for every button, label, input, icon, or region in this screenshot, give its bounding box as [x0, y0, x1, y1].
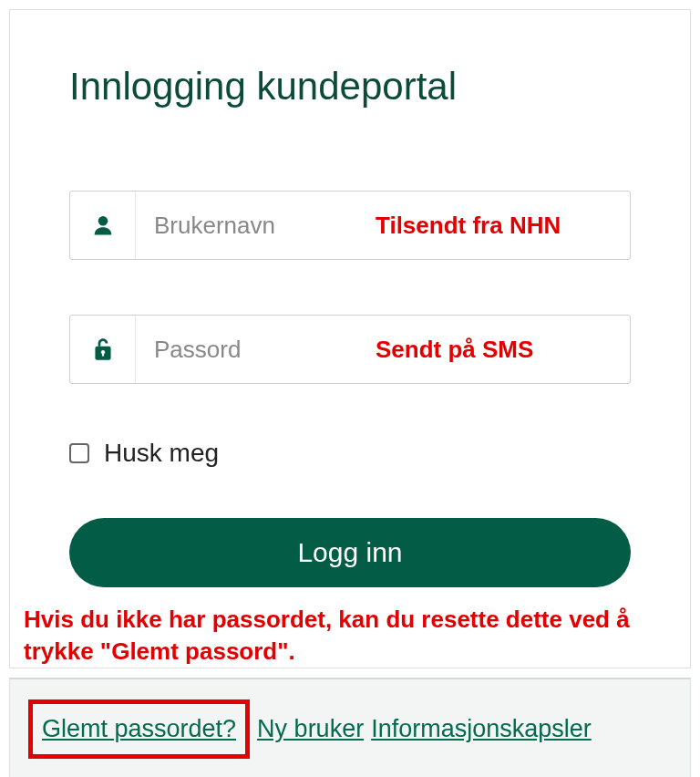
- login-button[interactable]: Logg inn: [69, 518, 631, 587]
- page-title: Innlogging kundeportal: [69, 65, 631, 109]
- svg-point-0: [98, 216, 108, 226]
- forgot-password-link[interactable]: Glemt passordet?: [42, 715, 236, 742]
- footer-bar: Glemt passordet? Ny bruker Informasjonsk…: [9, 678, 691, 777]
- user-icon-wrap: [70, 192, 136, 259]
- forgot-password-highlight: Glemt passordet?: [28, 699, 250, 759]
- lock-icon: [91, 336, 115, 363]
- password-field-row: Sendt på SMS: [69, 315, 631, 384]
- user-icon: [90, 212, 116, 238]
- reset-instruction-annotation: Hvis du ikke har passordet, kan du reset…: [24, 604, 676, 668]
- password-input[interactable]: [136, 316, 630, 383]
- new-user-link[interactable]: Ny bruker: [257, 715, 364, 743]
- remember-label: Husk meg: [104, 439, 219, 468]
- remember-row: Husk meg: [69, 439, 631, 468]
- svg-rect-3: [101, 352, 103, 356]
- username-input[interactable]: [136, 192, 630, 259]
- lock-icon-wrap: [70, 316, 136, 383]
- remember-checkbox[interactable]: [69, 443, 89, 463]
- username-field-row: Tilsendt fra NHN: [69, 191, 631, 260]
- cookies-link[interactable]: Informasjonskapsler: [371, 715, 592, 743]
- login-card: Innlogging kundeportal Tilsendt fra NHN …: [9, 9, 691, 668]
